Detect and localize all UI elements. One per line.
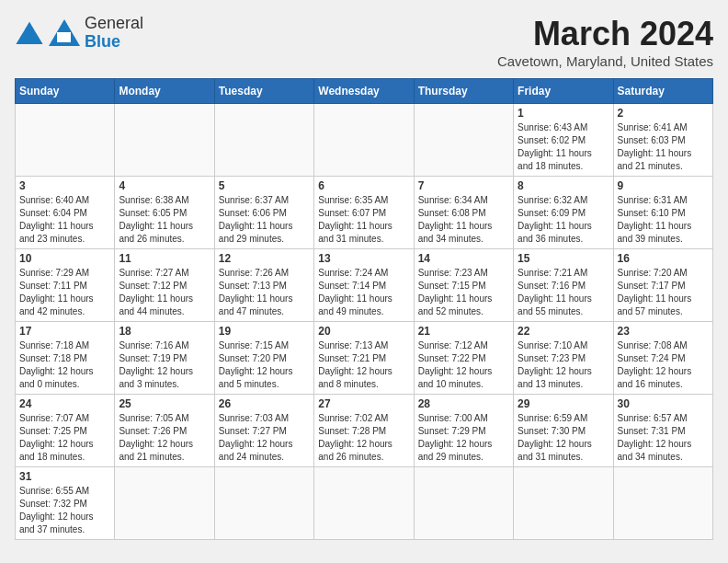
calendar-cell: 1Sunrise: 6:43 AM Sunset: 6:02 PM Daylig… xyxy=(514,104,613,177)
title-section: March 2024 Cavetown, Maryland, United St… xyxy=(497,15,713,69)
calendar-cell xyxy=(613,467,712,540)
day-number: 6 xyxy=(318,179,409,192)
day-info: Sunrise: 6:37 AM Sunset: 6:06 PM Dayligh… xyxy=(219,194,310,246)
calendar-cell: 30Sunrise: 6:57 AM Sunset: 7:31 PM Dayli… xyxy=(613,395,712,467)
day-number: 21 xyxy=(418,325,509,338)
day-info: Sunrise: 7:07 AM Sunset: 7:25 PM Dayligh… xyxy=(19,412,110,464)
day-number: 10 xyxy=(19,252,110,265)
calendar-row-4: 17Sunrise: 7:18 AM Sunset: 7:18 PM Dayli… xyxy=(16,322,713,395)
day-info: Sunrise: 7:27 AM Sunset: 7:12 PM Dayligh… xyxy=(119,267,210,318)
calendar-cell: 19Sunrise: 7:15 AM Sunset: 7:20 PM Dayli… xyxy=(214,322,313,395)
calendar-cell: 7Sunrise: 6:34 AM Sunset: 6:08 PM Daylig… xyxy=(414,177,513,249)
logo-icon xyxy=(15,20,44,46)
day-number: 23 xyxy=(618,325,709,338)
day-number: 27 xyxy=(318,397,409,410)
calendar-cell: 3Sunrise: 6:40 AM Sunset: 6:04 PM Daylig… xyxy=(16,177,115,249)
day-number: 29 xyxy=(518,397,609,410)
svg-marker-3 xyxy=(17,22,43,44)
day-info: Sunrise: 6:35 AM Sunset: 6:07 PM Dayligh… xyxy=(318,194,409,246)
calendar-cell xyxy=(414,467,513,540)
day-number: 20 xyxy=(318,325,409,338)
calendar-cell: 6Sunrise: 6:35 AM Sunset: 6:07 PM Daylig… xyxy=(314,177,414,249)
calendar-cell: 29Sunrise: 6:59 AM Sunset: 7:30 PM Dayli… xyxy=(514,395,613,467)
day-info: Sunrise: 7:23 AM Sunset: 7:15 PM Dayligh… xyxy=(418,267,509,318)
day-info: Sunrise: 7:05 AM Sunset: 7:26 PM Dayligh… xyxy=(119,412,210,464)
calendar-cell: 23Sunrise: 7:08 AM Sunset: 7:24 PM Dayli… xyxy=(613,322,712,395)
calendar-table: Sunday Monday Tuesday Wednesday Thursday… xyxy=(15,78,713,540)
logo: General Blue xyxy=(15,15,143,52)
day-info: Sunrise: 6:41 AM Sunset: 6:03 PM Dayligh… xyxy=(618,121,709,173)
day-info: Sunrise: 6:43 AM Sunset: 6:02 PM Dayligh… xyxy=(518,121,609,173)
day-info: Sunrise: 6:40 AM Sunset: 6:04 PM Dayligh… xyxy=(19,194,110,246)
header: General Blue March 2024 Cavetown, Maryla… xyxy=(15,15,713,69)
day-number: 15 xyxy=(518,252,609,265)
col-friday: Friday xyxy=(514,79,613,104)
day-number: 22 xyxy=(518,325,609,338)
col-thursday: Thursday xyxy=(414,79,513,104)
generalblue-logo-icon xyxy=(48,18,81,48)
col-wednesday: Wednesday xyxy=(314,79,414,104)
day-number: 3 xyxy=(19,179,110,192)
day-number: 7 xyxy=(418,179,509,192)
calendar-cell xyxy=(115,104,214,177)
day-number: 24 xyxy=(19,397,110,410)
day-info: Sunrise: 7:21 AM Sunset: 7:16 PM Dayligh… xyxy=(518,267,609,318)
calendar-cell xyxy=(214,104,313,177)
day-info: Sunrise: 7:16 AM Sunset: 7:19 PM Dayligh… xyxy=(119,339,210,391)
day-info: Sunrise: 6:55 AM Sunset: 7:32 PM Dayligh… xyxy=(19,485,110,536)
calendar-cell xyxy=(214,467,313,540)
calendar-cell: 26Sunrise: 7:03 AM Sunset: 7:27 PM Dayli… xyxy=(214,395,313,467)
calendar-cell: 13Sunrise: 7:24 AM Sunset: 7:14 PM Dayli… xyxy=(314,249,414,322)
day-info: Sunrise: 6:59 AM Sunset: 7:30 PM Dayligh… xyxy=(518,412,609,464)
day-number: 11 xyxy=(119,252,210,265)
day-number: 4 xyxy=(119,179,210,192)
calendar-row-2: 3Sunrise: 6:40 AM Sunset: 6:04 PM Daylig… xyxy=(16,177,713,249)
calendar-cell: 14Sunrise: 7:23 AM Sunset: 7:15 PM Dayli… xyxy=(414,249,513,322)
calendar-cell xyxy=(16,104,115,177)
col-sunday: Sunday xyxy=(16,79,115,104)
calendar-cell: 28Sunrise: 7:00 AM Sunset: 7:29 PM Dayli… xyxy=(414,395,513,467)
day-number: 17 xyxy=(19,325,110,338)
calendar-cell: 5Sunrise: 6:37 AM Sunset: 6:06 PM Daylig… xyxy=(214,177,313,249)
location-title: Cavetown, Maryland, United States xyxy=(497,53,713,69)
calendar-cell: 15Sunrise: 7:21 AM Sunset: 7:16 PM Dayli… xyxy=(514,249,613,322)
calendar-cell xyxy=(314,467,414,540)
calendar-cell: 25Sunrise: 7:05 AM Sunset: 7:26 PM Dayli… xyxy=(115,395,214,467)
col-monday: Monday xyxy=(115,79,214,104)
day-info: Sunrise: 7:08 AM Sunset: 7:24 PM Dayligh… xyxy=(618,339,709,391)
day-info: Sunrise: 7:20 AM Sunset: 7:17 PM Dayligh… xyxy=(618,267,709,318)
calendar-cell xyxy=(314,104,414,177)
calendar-header-row: Sunday Monday Tuesday Wednesday Thursday… xyxy=(16,79,713,104)
calendar-cell: 4Sunrise: 6:38 AM Sunset: 6:05 PM Daylig… xyxy=(115,177,214,249)
calendar-cell: 27Sunrise: 7:02 AM Sunset: 7:28 PM Dayli… xyxy=(314,395,414,467)
day-info: Sunrise: 7:18 AM Sunset: 7:18 PM Dayligh… xyxy=(19,339,110,391)
day-number: 12 xyxy=(219,252,310,265)
col-tuesday: Tuesday xyxy=(214,79,313,104)
day-number: 13 xyxy=(318,252,409,265)
calendar-cell: 8Sunrise: 6:32 AM Sunset: 6:09 PM Daylig… xyxy=(514,177,613,249)
day-info: Sunrise: 7:02 AM Sunset: 7:28 PM Dayligh… xyxy=(318,412,409,464)
day-number: 19 xyxy=(219,325,310,338)
day-info: Sunrise: 6:57 AM Sunset: 7:31 PM Dayligh… xyxy=(618,412,709,464)
day-number: 14 xyxy=(418,252,509,265)
svg-rect-5 xyxy=(57,32,71,42)
page-container: General Blue March 2024 Cavetown, Maryla… xyxy=(15,15,713,540)
day-number: 18 xyxy=(119,325,210,338)
calendar-cell xyxy=(514,467,613,540)
col-saturday: Saturday xyxy=(613,79,712,104)
calendar-cell: 21Sunrise: 7:12 AM Sunset: 7:22 PM Dayli… xyxy=(414,322,513,395)
day-number: 9 xyxy=(618,179,709,192)
day-info: Sunrise: 6:34 AM Sunset: 6:08 PM Dayligh… xyxy=(418,194,509,246)
day-info: Sunrise: 7:13 AM Sunset: 7:21 PM Dayligh… xyxy=(318,339,409,391)
day-info: Sunrise: 7:26 AM Sunset: 7:13 PM Dayligh… xyxy=(219,267,310,318)
calendar-cell xyxy=(115,467,214,540)
day-info: Sunrise: 7:24 AM Sunset: 7:14 PM Dayligh… xyxy=(318,267,409,318)
calendar-cell: 2Sunrise: 6:41 AM Sunset: 6:03 PM Daylig… xyxy=(613,104,712,177)
day-info: Sunrise: 7:15 AM Sunset: 7:20 PM Dayligh… xyxy=(219,339,310,391)
calendar-cell: 24Sunrise: 7:07 AM Sunset: 7:25 PM Dayli… xyxy=(16,395,115,467)
day-number: 8 xyxy=(518,179,609,192)
calendar-cell: 16Sunrise: 7:20 AM Sunset: 7:17 PM Dayli… xyxy=(613,249,712,322)
day-number: 25 xyxy=(119,397,210,410)
calendar-cell: 22Sunrise: 7:10 AM Sunset: 7:23 PM Dayli… xyxy=(514,322,613,395)
day-number: 28 xyxy=(418,397,509,410)
